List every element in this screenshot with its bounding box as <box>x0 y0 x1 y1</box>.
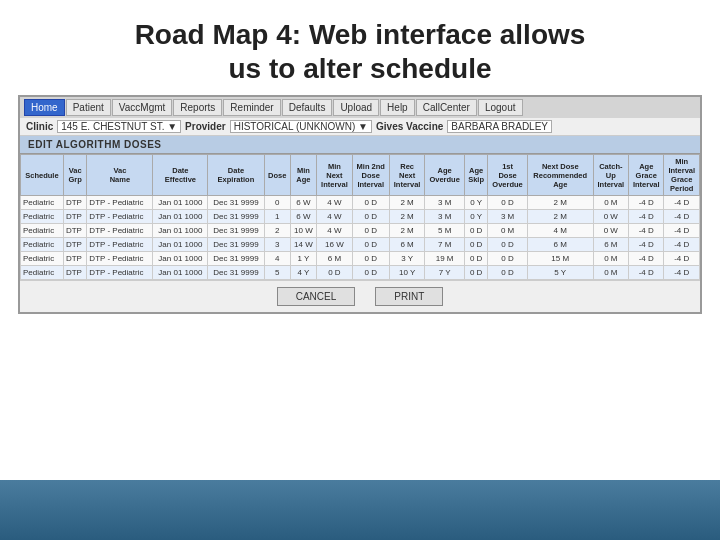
section-header: EDIT ALGORITHM DOSES <box>20 136 700 154</box>
table-cell: 15 M <box>527 252 593 266</box>
table-cell: 6 W <box>290 210 316 224</box>
table-row[interactable]: PediatricDTPDTP - PediatricJan 01 1000De… <box>21 196 700 210</box>
table-cell: 3 M <box>488 210 528 224</box>
col-header: Schedule <box>21 155 64 196</box>
col-header: VacName <box>87 155 153 196</box>
gives-label: Gives Vaccine <box>376 121 443 132</box>
table-cell: DTP <box>63 266 86 280</box>
table-cell: 2 M <box>527 210 593 224</box>
table-cell: 0 D <box>352 252 389 266</box>
nav-item-vaccmgmt[interactable]: VaccMgmt <box>112 99 173 116</box>
table-cell: 2 M <box>527 196 593 210</box>
table-cell: 0 D <box>352 210 389 224</box>
col-header: Min 2ndDoseInterval <box>352 155 389 196</box>
table-cell: Dec 31 9999 <box>208 224 264 238</box>
table-row[interactable]: PediatricDTPDTP - PediatricJan 01 1000De… <box>21 210 700 224</box>
table-wrapper: ScheduleVacGrpVacNameDateEffectiveDateEx… <box>20 154 700 280</box>
table-cell: 0 D <box>488 238 528 252</box>
table-cell: 3 Y <box>389 252 424 266</box>
table-cell: 0 M <box>488 224 528 238</box>
col-header: MinAge <box>290 155 316 196</box>
table-cell: Dec 31 9999 <box>208 196 264 210</box>
table-cell: 19 M <box>425 252 465 266</box>
table-cell: -4 D <box>664 252 700 266</box>
table-cell: -4 D <box>629 210 664 224</box>
table-cell: 2 M <box>389 210 424 224</box>
table-cell: 0 M <box>593 252 628 266</box>
table-cell: 3 M <box>425 196 465 210</box>
gives-value[interactable]: BARBARA BRADLEY <box>447 120 552 133</box>
table-cell: 10 W <box>290 224 316 238</box>
table-cell: Pediatric <box>21 224 64 238</box>
table-cell: 0 <box>264 196 290 210</box>
table-cell: 6 M <box>317 252 352 266</box>
nav-item-logout[interactable]: Logout <box>478 99 523 116</box>
table-row[interactable]: PediatricDTPDTP - PediatricJan 01 1000De… <box>21 238 700 252</box>
table-cell: -4 D <box>664 196 700 210</box>
table-cell: Dec 31 9999 <box>208 210 264 224</box>
algorithm-table: ScheduleVacGrpVacNameDateEffectiveDateEx… <box>20 154 700 280</box>
table-cell: -4 D <box>629 196 664 210</box>
table-cell: DTP <box>63 252 86 266</box>
table-cell: 4 Y <box>290 266 316 280</box>
provider-label: Provider <box>185 121 226 132</box>
table-row[interactable]: PediatricDTPDTP - PediatricJan 01 1000De… <box>21 224 700 238</box>
table-cell: 1 Y <box>290 252 316 266</box>
background-decor <box>0 480 720 540</box>
title-area: Road Map 4: Web interface allows us to a… <box>0 0 720 95</box>
table-cell: 0 Y <box>464 196 487 210</box>
table-cell: -4 D <box>664 238 700 252</box>
table-cell: -4 D <box>629 266 664 280</box>
col-header: AgeOverdue <box>425 155 465 196</box>
table-row[interactable]: PediatricDTPDTP - PediatricJan 01 1000De… <box>21 252 700 266</box>
table-cell: -4 D <box>664 266 700 280</box>
col-header: RecNextInterval <box>389 155 424 196</box>
table-cell: 0 W <box>593 210 628 224</box>
provider-value[interactable]: HISTORICAL (UNKNOWN) ▼ <box>230 120 372 133</box>
table-cell: 0 D <box>464 238 487 252</box>
nav-item-home[interactable]: Home <box>24 99 65 116</box>
table-cell: 0 D <box>488 252 528 266</box>
table-cell: Jan 01 1000 <box>153 210 208 224</box>
nav-item-upload[interactable]: Upload <box>333 99 379 116</box>
table-cell: 0 D <box>352 238 389 252</box>
table-cell: 0 M <box>593 266 628 280</box>
table-cell: 2 M <box>389 196 424 210</box>
nav-item-help[interactable]: Help <box>380 99 415 116</box>
slide-title: Road Map 4: Web interface allows us to a… <box>20 18 700 85</box>
col-header: AgeSkip <box>464 155 487 196</box>
table-cell: -4 D <box>629 238 664 252</box>
table-cell: DTP - Pediatric <box>87 266 153 280</box>
table-cell: 0 M <box>593 196 628 210</box>
clinic-value[interactable]: 145 E. CHESTNUT ST. ▼ <box>57 120 181 133</box>
cancel-button[interactable]: CANCEL <box>277 287 356 306</box>
slide-container: Road Map 4: Web interface allows us to a… <box>0 0 720 540</box>
table-cell: DTP <box>63 196 86 210</box>
table-cell: DTP <box>63 224 86 238</box>
table-cell: 6 M <box>593 238 628 252</box>
nav-item-reminder[interactable]: Reminder <box>223 99 280 116</box>
table-cell: Pediatric <box>21 266 64 280</box>
table-cell: 4 W <box>317 210 352 224</box>
provider-bar: Clinic 145 E. CHESTNUT ST. ▼ Provider HI… <box>20 118 700 136</box>
nav-bar: HomePatientVaccMgmtReportsReminderDefaul… <box>20 97 700 118</box>
table-cell: Pediatric <box>21 196 64 210</box>
table-row[interactable]: PediatricDTPDTP - PediatricJan 01 1000De… <box>21 266 700 280</box>
table-cell: Pediatric <box>21 238 64 252</box>
nav-item-callcenter[interactable]: CallCenter <box>416 99 477 116</box>
table-cell: 5 <box>264 266 290 280</box>
table-cell: Dec 31 9999 <box>208 238 264 252</box>
nav-item-defaults[interactable]: Defaults <box>282 99 333 116</box>
col-header: DateEffective <box>153 155 208 196</box>
table-cell: DTP - Pediatric <box>87 210 153 224</box>
table-cell: 2 <box>264 224 290 238</box>
button-bar: CANCEL PRINT <box>20 280 700 312</box>
table-cell: 6 M <box>389 238 424 252</box>
nav-item-reports[interactable]: Reports <box>173 99 222 116</box>
nav-item-patient[interactable]: Patient <box>66 99 111 116</box>
table-cell: 0 D <box>464 252 487 266</box>
table-cell: -4 D <box>664 224 700 238</box>
print-button[interactable]: PRINT <box>375 287 443 306</box>
table-cell: 5 Y <box>527 266 593 280</box>
table-cell: Jan 01 1000 <box>153 224 208 238</box>
